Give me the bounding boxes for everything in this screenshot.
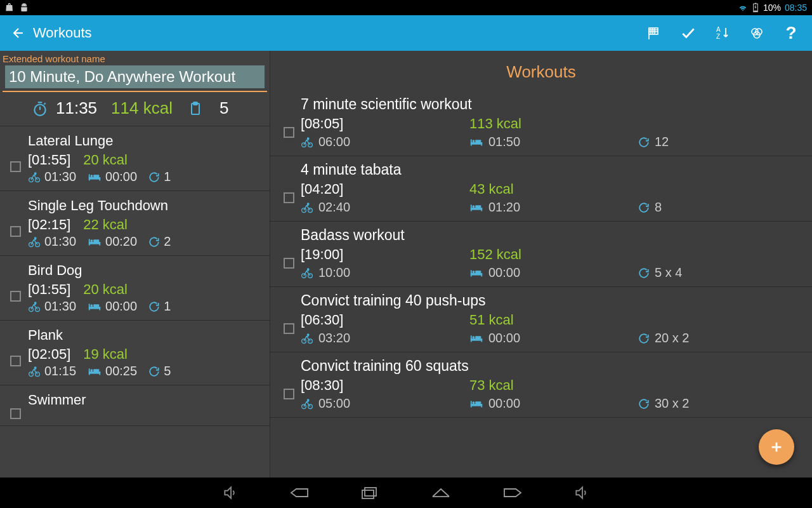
exercise-duration: [02:15]: [28, 217, 70, 233]
exercise-item[interactable]: Swimmer: [0, 385, 270, 426]
workout-kcal: 43 kcal: [469, 181, 514, 197]
exercise-kcal: 22 kcal: [83, 217, 128, 233]
svg-point-26: [91, 175, 93, 177]
workout-duration: [06:30]: [301, 312, 469, 328]
workout-item[interactable]: Convict training 40 push-ups[06:30]51 kc…: [270, 287, 812, 352]
workout-checkbox[interactable]: [277, 292, 301, 345]
exercise-checkbox[interactable]: [5, 133, 25, 184]
cycle-icon: [638, 137, 650, 148]
home-nav-icon[interactable]: [430, 485, 452, 501]
flag-icon[interactable]: [646, 25, 662, 41]
bed-icon: 00:25: [88, 364, 137, 378]
workout-list[interactable]: 7 minute scientific workout[08:05]113 kc…: [270, 91, 812, 478]
svg-rect-43: [93, 304, 99, 307]
bed-icon: [469, 268, 483, 278]
svg-point-90: [473, 401, 475, 404]
svg-rect-87: [471, 404, 482, 406]
exercise-duration: [01:55]: [28, 281, 70, 298]
cycle-icon: 2: [148, 234, 171, 249]
svg-rect-59: [475, 140, 481, 142]
exercise-list[interactable]: Lateral Lunge[01:55]20 kcal01:3000:001Si…: [0, 126, 270, 478]
back-button[interactable]: [8, 25, 30, 41]
svg-rect-5: [649, 28, 658, 34]
exercise-item[interactable]: Lateral Lunge[01:55]20 kcal01:3000:001: [0, 126, 270, 191]
workout-checkbox[interactable]: [277, 358, 301, 411]
sort-az-icon[interactable]: AZ: [714, 25, 731, 41]
bike-icon: [301, 333, 313, 344]
bike-icon: 01:15: [28, 364, 76, 378]
exercise-checkbox[interactable]: [5, 262, 25, 314]
page-title: Workouts: [33, 25, 646, 41]
svg-rect-57: [481, 142, 482, 146]
battery-icon: [750, 3, 761, 13]
workout-item[interactable]: 4 minute tabata[04:20]43 kcal02:4001:208: [270, 156, 812, 222]
workout-kcal: 113 kcal: [469, 116, 521, 132]
check-icon[interactable]: [680, 25, 697, 41]
svg-point-34: [91, 239, 93, 242]
workout-checkbox[interactable]: [277, 227, 301, 280]
svg-point-60: [302, 208, 306, 212]
battery-percent: 10%: [763, 3, 781, 13]
vol-up-icon[interactable]: [573, 485, 590, 501]
svg-point-68: [302, 273, 306, 277]
exercise-item[interactable]: Plank[02:05]19 kcal01:1500:255: [0, 321, 270, 385]
svg-point-22: [34, 172, 36, 174]
svg-point-62: [307, 203, 309, 204]
workout-kcal: 152 kcal: [469, 246, 521, 263]
svg-rect-24: [89, 174, 90, 180]
svg-rect-83: [475, 336, 481, 338]
cycle-icon: 1: [148, 170, 171, 184]
stopwatch-icon: [32, 100, 48, 117]
svg-point-66: [473, 205, 475, 208]
back-alt-nav-icon[interactable]: [502, 485, 523, 501]
back-nav-icon[interactable]: [289, 485, 310, 501]
cycle-icon: 1: [148, 299, 171, 314]
workout-duration: [08:30]: [301, 377, 469, 394]
bike-icon: [301, 398, 313, 410]
svg-rect-71: [471, 273, 482, 276]
bed-icon: 00:00: [88, 299, 137, 314]
svg-point-42: [91, 304, 93, 307]
workout-checkbox[interactable]: [277, 96, 301, 149]
exercise-checkbox[interactable]: [5, 392, 25, 419]
svg-text:Z: Z: [716, 33, 720, 40]
svg-point-54: [307, 137, 309, 139]
svg-rect-81: [481, 338, 482, 342]
svg-point-46: [34, 366, 36, 368]
bag-icon: [5, 3, 15, 13]
svg-point-74: [473, 271, 475, 273]
workout-item[interactable]: Badass workout[19:00]152 kcal10:0000:005…: [270, 222, 812, 287]
workout-name: Convict training 60 squats: [301, 358, 806, 375]
exercise-checkbox[interactable]: [5, 327, 25, 378]
workout-name: 7 minute scientific workout: [301, 96, 806, 113]
add-button[interactable]: [759, 429, 794, 465]
workout-item[interactable]: Convict training 60 squats[08:30]73 kcal…: [270, 352, 812, 418]
exercise-kcal: 19 kcal: [83, 346, 128, 363]
svg-rect-25: [99, 177, 100, 181]
svg-rect-56: [471, 139, 472, 145]
exercise-name: Swimmer: [28, 392, 265, 408]
svg-point-58: [473, 140, 475, 142]
svg-rect-41: [99, 307, 100, 311]
cycle-icon: [638, 398, 650, 410]
exercise-name: Lateral Lunge: [28, 133, 265, 149]
svg-rect-73: [481, 273, 482, 277]
svg-point-20: [29, 177, 34, 182]
exercise-item[interactable]: Single Leg Touchdown[02:15]22 kcal01:300…: [0, 191, 270, 256]
workout-name-input[interactable]: 10 Minute, Do Anywhere Workout: [5, 65, 265, 88]
bike-icon: [301, 202, 313, 213]
rings-icon[interactable]: [749, 25, 765, 41]
exercise-item[interactable]: Bird Dog[01:55]20 kcal01:3000:001: [0, 256, 270, 321]
recent-nav-icon[interactable]: [360, 485, 379, 501]
workout-checkbox[interactable]: [277, 161, 301, 215]
svg-rect-40: [89, 304, 90, 310]
workout-duration: [19:00]: [301, 246, 469, 263]
vol-down-icon[interactable]: [222, 485, 239, 501]
help-icon[interactable]: ?: [783, 25, 799, 41]
bed-icon: [469, 333, 483, 344]
svg-point-50: [91, 369, 93, 371]
exercise-checkbox[interactable]: [5, 197, 25, 249]
summary-time: 11:35: [56, 98, 97, 118]
svg-rect-3: [755, 3, 757, 4]
workout-item[interactable]: 7 minute scientific workout[08:05]113 kc…: [270, 91, 812, 156]
